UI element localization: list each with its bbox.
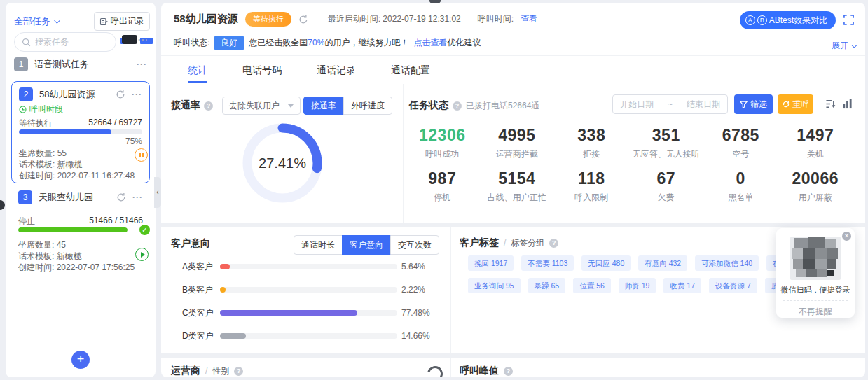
sidebar-more-menu[interactable]: ··· xyxy=(138,35,149,45)
tag[interactable]: 不需要 1103 xyxy=(521,255,574,271)
main-panel: 58幼儿园资源 等待执行 最近启动时间: 2022-07-19 12:31:02… xyxy=(161,3,865,377)
stat-inbound-limit: 118呼入限制 xyxy=(554,169,629,204)
filter-button[interactable]: 筛选 xyxy=(734,94,773,114)
tab-statistics[interactable]: 统计 xyxy=(188,56,207,83)
info-icon[interactable]: ? xyxy=(234,367,243,376)
bar-chart-icon[interactable] xyxy=(842,99,853,109)
ab-b-icon: B xyxy=(757,15,767,25)
abtest-label: ABtest效果对比 xyxy=(769,15,827,27)
stat-busy: 5154占线、用户正忙 xyxy=(480,169,555,204)
redacted-toggle[interactable] xyxy=(122,35,137,44)
stat-empty-number: 6785空号 xyxy=(703,126,778,160)
call-time-label: 呼叫时间: xyxy=(478,13,514,25)
tag[interactable]: 位置 56 xyxy=(573,278,611,293)
dont-remind-button[interactable]: 不再提醒 xyxy=(776,306,855,318)
gender-link[interactable]: 性别 xyxy=(212,365,229,377)
refresh-icon[interactable] xyxy=(116,90,125,99)
call-records-label: 呼出记录 xyxy=(111,15,144,27)
tag[interactable]: 可添加微信 140 xyxy=(695,255,759,271)
call-schedule-label[interactable]: 呼叫时段 xyxy=(29,104,63,115)
task-progress-numbers: 51466 / 51466 xyxy=(89,216,143,227)
task-more-menu[interactable]: ··· xyxy=(137,59,147,69)
tag[interactable]: 有意向 432 xyxy=(638,255,687,271)
task-template: 话术模板: 新橄榄 xyxy=(19,159,142,171)
tab-phone-numbers[interactable]: 电话号码 xyxy=(242,56,282,83)
call-time-view-link[interactable]: 查看 xyxy=(521,13,537,25)
start-task-button[interactable] xyxy=(135,248,149,261)
stat-arrears: 67欠费 xyxy=(629,169,704,204)
task-progress-numbers: 52664 / 69727 xyxy=(88,118,142,129)
sidebar-collapse-handle[interactable]: ‹ xyxy=(154,177,161,208)
seg-customer-intent[interactable]: 客户意向 xyxy=(342,235,391,255)
customer-intent-panel: 客户意向 通话时长 客户意向 交互次数 A类客户 5.64% B类客户 2.22… xyxy=(161,227,450,353)
task-item-3[interactable]: 3 天眼查幼儿园 ··· 停止 51466 / 51466 ✓ 坐席数量: 45… xyxy=(11,186,150,277)
seg-interaction-count[interactable]: 交互次数 xyxy=(390,235,439,255)
tag[interactable]: 师资 19 xyxy=(619,278,656,293)
tag[interactable]: 收费 17 xyxy=(663,278,701,293)
dialed-count-text: 已拨打电话52664通 xyxy=(466,100,539,112)
last-start-time: 最近启动时间: 2022-07-19 12:31:02 xyxy=(328,13,461,25)
task-seats: 坐席数量: 45 xyxy=(18,239,143,251)
connect-rate-panel: 接通率 ? 去除失联用户 接通率 外呼进度 27.41% xyxy=(161,84,403,223)
search-icon xyxy=(22,38,31,47)
tag[interactable]: 无回应 480 xyxy=(581,255,631,271)
pause-task-button[interactable] xyxy=(135,148,148,162)
seg-call-duration[interactable]: 通话时长 xyxy=(294,235,343,255)
redial-button[interactable]: 重呼 xyxy=(778,94,813,114)
abtest-compare-button[interactable]: A B ABtest效果对比 xyxy=(740,11,836,29)
connect-rate-donut: 27.41% xyxy=(238,119,326,207)
tag[interactable]: 业务询问 95 xyxy=(468,278,521,293)
advice-text[interactable]: 点击查看优化建议 xyxy=(413,37,481,49)
info-icon[interactable]: ? xyxy=(504,367,513,376)
tab-call-config[interactable]: 通话配置 xyxy=(391,56,430,83)
task-index-badge: 3 xyxy=(18,190,32,204)
call-records-button[interactable]: 呼出记录 xyxy=(94,12,150,31)
ab-a-icon: A xyxy=(745,15,755,25)
info-icon[interactable]: ? xyxy=(549,239,558,248)
qr-code-image xyxy=(790,237,841,280)
search-task-box[interactable] xyxy=(14,32,116,52)
tab-call-records[interactable]: 通话记录 xyxy=(317,56,356,83)
search-task-input[interactable] xyxy=(35,37,105,47)
task-more-menu[interactable]: ··· xyxy=(132,90,142,99)
task-index-badge: 2 xyxy=(19,87,33,101)
task-name: 语音测试任务 xyxy=(34,58,130,71)
task-sidebar: 全部任务 呼出记录 ··· 1 语音测试任务 ··· 2 58幼儿园资源 ···… xyxy=(6,3,156,377)
advice-link: 点击查看 xyxy=(413,38,447,48)
refresh-icon[interactable] xyxy=(298,15,308,24)
tag[interactable]: 挽回 1917 xyxy=(468,255,514,271)
customer-intent-title: 客户意向 xyxy=(171,237,210,250)
stat-no-answer: 351无应答、无人接听 xyxy=(629,126,704,160)
close-icon[interactable]: ✕ xyxy=(842,232,851,241)
sort-icon[interactable] xyxy=(825,99,836,109)
tag[interactable]: 暴躁 65 xyxy=(528,278,566,293)
info-icon[interactable]: ? xyxy=(204,101,213,111)
call-state-badge: 良好 xyxy=(214,36,244,50)
seg-connect-rate[interactable]: 接通率 xyxy=(303,97,344,115)
remove-lost-users-select[interactable]: 去除失联用户 xyxy=(222,97,301,115)
task-item-2-selected[interactable]: 2 58幼儿园资源 ··· 呼叫时段 等待执行 52664 / 69727 75… xyxy=(11,81,150,183)
add-task-button[interactable]: + xyxy=(71,351,90,369)
tag[interactable]: 设备资源 7 xyxy=(709,278,757,293)
task-more-menu[interactable]: ··· xyxy=(132,192,143,202)
seg-outbound-progress[interactable]: 外呼进度 xyxy=(343,97,392,115)
fullscreen-icon[interactable] xyxy=(843,15,854,25)
task-item-1[interactable]: 1 语音测试任务 ··· xyxy=(14,57,147,71)
task-created: 创建时间: 2022-07-11 16:27:48 xyxy=(19,170,142,182)
expand-link[interactable]: 展开 xyxy=(832,40,855,52)
all-tasks-filter[interactable]: 全部任务 xyxy=(14,15,58,28)
task-state-label: 等待执行 xyxy=(19,118,53,129)
edge-floating-dot xyxy=(0,200,5,210)
end-date-placeholder: 结束日期 xyxy=(687,99,720,111)
refresh-icon[interactable] xyxy=(116,192,126,202)
redial-icon xyxy=(782,100,790,108)
clock-icon xyxy=(19,106,27,113)
connect-rate-toggle: 接通率 外呼进度 xyxy=(303,97,392,115)
task-template: 话术模板: 新橄榄 xyxy=(18,251,143,262)
intent-metric-toggle: 通话时长 客户意向 交互次数 xyxy=(294,235,439,255)
call-state-label: 呼叫状态: xyxy=(174,37,209,49)
task-name: 58幼儿园资源 xyxy=(39,88,109,101)
tag-group-link[interactable]: 标签分组 xyxy=(511,237,544,249)
info-icon[interactable]: ? xyxy=(453,101,462,111)
date-range-input[interactable]: 开始日期 ~ 结束日期 xyxy=(612,94,728,114)
